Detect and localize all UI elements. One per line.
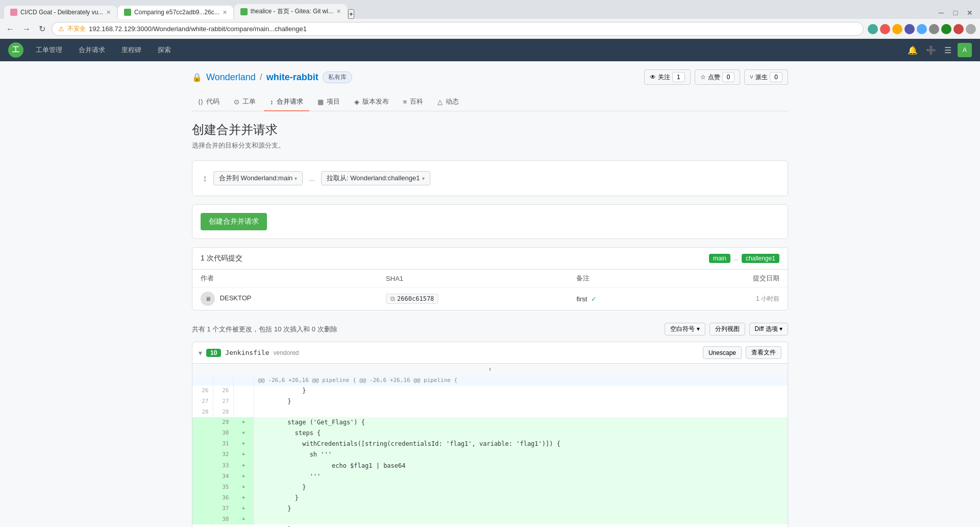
ext-icon-4[interactable] (904, 24, 915, 34)
nav-projects[interactable]: ▦ 项目 (311, 93, 346, 111)
branch-dots: ... (733, 255, 739, 262)
ext-icon-8[interactable] (953, 24, 964, 34)
menu-icon[interactable]: ☰ (942, 43, 953, 57)
split-view-button[interactable]: 分列视图 (709, 323, 745, 336)
col-message: 备注 (568, 270, 669, 288)
tab-3-close[interactable]: ✕ (336, 8, 341, 15)
diff-new-line-num: 38 (213, 514, 233, 524)
ext-icon-2[interactable] (880, 24, 890, 34)
repo-header: 🔒 Wonderland / white-rabbit 私有库 👁 关注 1 ☆… (192, 69, 788, 85)
diff-sign (233, 524, 254, 527)
close-window-button[interactable]: ✕ (964, 7, 976, 19)
star-button[interactable]: ☆ 点赞 0 (695, 69, 741, 85)
star-count: 0 (722, 72, 735, 82)
diff-collapse-button[interactable]: ▾ (199, 349, 202, 357)
commit-message-cell: first ✓ (568, 288, 669, 310)
ext-icon-7[interactable] (941, 24, 951, 34)
diff-filename: Jenkinsfile (225, 349, 269, 356)
diff-expand-top-btn[interactable]: ⬆ (192, 364, 788, 375)
browser-tab-1[interactable]: CI/CD Goat - Deliberately vu... ✕ (4, 6, 117, 19)
diff-line-content: } (254, 386, 788, 396)
ext-icon-1[interactable] (868, 24, 878, 34)
minimize-button[interactable]: ─ (935, 7, 947, 19)
diff-sign: + (233, 471, 254, 482)
view-file-button[interactable]: 查看文件 (746, 346, 781, 359)
page-title: 创建合并并请求 (192, 122, 788, 138)
ext-icon-3[interactable] (892, 24, 902, 34)
diff-new-line-num: 35 (213, 482, 233, 493)
merge-into-select[interactable]: 合并到 Wonderland:main ▾ (213, 171, 303, 185)
nav-explore[interactable]: 探索 (154, 43, 175, 57)
nav-releases-label: 版本发布 (362, 97, 389, 106)
ext-icon-9[interactable] (966, 24, 976, 34)
nav-milestone[interactable]: 里程碑 (117, 43, 145, 57)
diff-code-table: ⬆ @@ -26,6 +26,16 @@ pipeline { @@ -26,6… (192, 364, 788, 527)
reload-button[interactable]: ↻ (37, 23, 47, 35)
table-row: 🖥 DESKTOP ⧉ 2660c61578 first ✓ (192, 288, 788, 310)
star-icon: ☆ (700, 74, 706, 81)
browser-tab-3[interactable]: thealice - 首页 - Gitea: Git wi... ✕ (234, 4, 347, 19)
ext-icon-5[interactable] (917, 24, 927, 34)
diff-options-button[interactable]: Diff 选项 ▾ (749, 323, 788, 336)
commits-table: 作者 SHA1 备注 提交日期 🖥 DESKTOP ⧉ 2660c61578 (192, 270, 788, 310)
app-logo[interactable]: 工 (8, 42, 23, 58)
diff-line-content: } (254, 396, 788, 407)
fork-icon: ⑂ (750, 74, 753, 81)
browser-toolbar: ← → ↻ ⚠ 不安全 192.168.72.129:3000/Wonderla… (0, 19, 980, 39)
compare-section: ↕ 合并到 Wonderland:main ▾ ... 拉取从: Wonderl… (192, 160, 788, 196)
fork-button[interactable]: ⑂ 派生 0 (744, 69, 788, 85)
pull-from-select[interactable]: 拉取从: Wonderland:challenge1 ▾ (321, 171, 430, 185)
new-tab-button[interactable]: + (348, 9, 354, 19)
diff-sign: + (233, 504, 254, 514)
diff-sign: + (233, 428, 254, 439)
diff-sign: + (233, 449, 254, 460)
create-plus-icon[interactable]: ➕ (924, 43, 938, 57)
merge-into-arrow: ▾ (295, 176, 297, 181)
ext-icon-6[interactable] (929, 24, 939, 34)
branch-from-badge: main (709, 254, 730, 263)
app-header-right: 🔔 ➕ ☰ A (905, 43, 972, 57)
commit-copy-button[interactable]: ⧉ (390, 295, 395, 302)
main-content: 🔒 Wonderland / white-rabbit 私有库 👁 关注 1 ☆… (184, 61, 796, 527)
nav-activity-label: 动态 (446, 97, 459, 106)
whitespace-button[interactable]: 空白符号 ▾ (665, 323, 705, 336)
diff-old-line-num (192, 439, 213, 449)
nav-management[interactable]: 工单管理 (32, 43, 66, 57)
repo-visibility-badge: 私有库 (323, 71, 352, 83)
merge-into-label: 合并到 Wonderland:main (219, 174, 292, 183)
user-avatar[interactable]: A (958, 43, 972, 57)
diff-sign: + (233, 514, 254, 524)
nav-activity[interactable]: △ 动态 (431, 93, 465, 111)
create-pr-button[interactable]: 创建合并并请求 (201, 213, 267, 230)
nav-releases[interactable]: ◈ 版本发布 (348, 93, 395, 111)
tab-1-close[interactable]: ✕ (106, 9, 111, 16)
nav-wiki[interactable]: ≡ 百科 (397, 93, 430, 111)
commits-count-label: 1 次代码提交 (201, 254, 242, 263)
diff-code-block: ⬆ @@ -26,6 +26,16 @@ pipeline { @@ -26,6… (192, 364, 788, 527)
forward-button[interactable]: → (20, 23, 33, 35)
diff-lines-added-badge: 10 (206, 349, 221, 357)
unescape-button[interactable]: Unescape (703, 346, 742, 359)
watch-button[interactable]: 👁 关注 1 (644, 69, 691, 85)
maximize-button[interactable]: □ (949, 7, 962, 19)
branch-to-badge: challenge1 (742, 254, 779, 263)
nav-code[interactable]: ⟨⟩ 代码 (192, 93, 226, 111)
nav-issues[interactable]: ⊙ 工单 (228, 93, 262, 111)
browser-tab-2[interactable]: Comparing e57cc2adb9...26c... ✕ (118, 6, 233, 19)
address-bar[interactable]: ⚠ 不安全 192.168.72.129:3000/Wonderland/whi… (52, 22, 864, 36)
notification-bell-icon[interactable]: 🔔 (905, 43, 920, 57)
repo-name-link[interactable]: white-rabbit (266, 72, 318, 83)
nav-pulls[interactable]: ↕ 合并请求 (264, 93, 309, 111)
diff-sign: + (233, 417, 254, 428)
diff-line-content: withCredentials([string(credentialsId: '… (254, 439, 788, 449)
diff-sign: + (233, 439, 254, 449)
repo-owner-link[interactable]: Wonderland (206, 72, 256, 83)
back-button[interactable]: ← (4, 23, 16, 35)
commit-time-cell: 1 小时前 (669, 288, 788, 310)
tab-2-close[interactable]: ✕ (223, 9, 227, 16)
nav-merge[interactable]: 合并请求 (75, 43, 109, 57)
diff-sign: + (233, 493, 254, 504)
diff-file-header: ▾ 10 Jenkinsfile vendored Unescape 查看文件 (192, 342, 788, 364)
commit-author-name: DESKTOP (220, 294, 252, 302)
diff-line-content: } (254, 482, 788, 493)
